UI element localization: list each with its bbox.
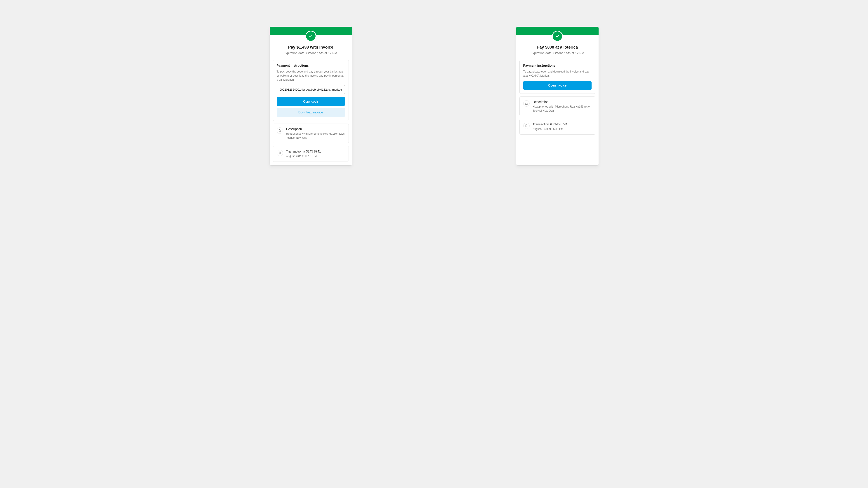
description-row: Description Headphones With Microphone R… (273, 124, 349, 143)
description-label: Description (286, 127, 345, 131)
check-icon (552, 31, 563, 41)
transaction-label: Transaction # 3245 8741 (533, 122, 592, 126)
instructions-heading: Payment instructions (277, 64, 345, 67)
transaction-row: Transaction # 3245 8741 August, 24th at … (520, 119, 595, 135)
payment-instructions-box: Payment instructions To pay, copy the co… (273, 60, 349, 121)
card-header (270, 27, 352, 35)
transaction-date: August, 24th at 06:31 PM (286, 154, 345, 158)
instructions-text: To pay, please open and download the inv… (523, 70, 592, 78)
receipt-icon (277, 150, 283, 156)
bag-icon (277, 127, 283, 134)
description-content: Description Headphones With Microphone R… (533, 100, 592, 113)
download-invoice-button[interactable]: Download invoice (277, 108, 345, 117)
card-subtitle: Expiration date: October, 5th at 12 PM (522, 51, 593, 55)
instructions-text: To pay, copy the code and pay through yo… (277, 70, 345, 82)
svg-rect-4 (526, 125, 527, 127)
receipt-icon (523, 123, 530, 129)
bag-icon (523, 100, 530, 107)
transaction-label: Transaction # 3245 8741 (286, 149, 345, 153)
description-label: Description (533, 100, 592, 104)
check-icon (305, 31, 316, 41)
stage: Pay $1.499 with invoice Expiration date:… (270, 0, 598, 165)
description-value: Headphones With Microphone Rca Hp159micw… (286, 132, 345, 140)
card-header (516, 27, 598, 35)
payment-code-input[interactable] (277, 85, 345, 94)
transaction-date: August, 24th at 06:31 PM (533, 127, 592, 131)
card-title: Pay $800 at a loterica (522, 45, 593, 50)
transaction-content: Transaction # 3245 8741 August, 24th at … (286, 149, 345, 158)
description-value: Headphones With Microphone Rca Hp159micw… (533, 105, 592, 113)
svg-rect-0 (279, 152, 281, 154)
open-invoice-button[interactable]: Open invoice (523, 81, 592, 90)
transaction-row: Transaction # 3245 8741 August, 24th at … (273, 146, 349, 162)
copy-code-button[interactable]: Copy code (277, 97, 345, 106)
loterica-payment-card: Pay $800 at a loterica Expiration date: … (516, 27, 598, 165)
invoice-payment-card: Pay $1.499 with invoice Expiration date:… (270, 27, 352, 165)
transaction-content: Transaction # 3245 8741 August, 24th at … (533, 122, 592, 131)
payment-instructions-box: Payment instructions To pay, please open… (520, 60, 595, 94)
description-row: Description Headphones With Microphone R… (520, 96, 595, 116)
description-content: Description Headphones With Microphone R… (286, 127, 345, 140)
card-subtitle: Expiration date: October, 5th at 12 PM. (275, 51, 346, 55)
instructions-heading: Payment instructions (523, 64, 592, 67)
card-title: Pay $1.499 with invoice (275, 45, 346, 50)
